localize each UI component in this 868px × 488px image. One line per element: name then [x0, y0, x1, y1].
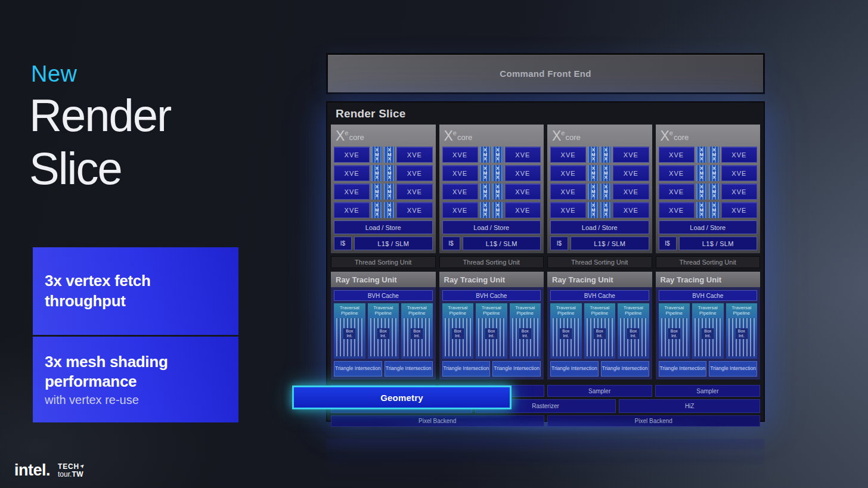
l1-slm-block: L1$ / SLM	[679, 237, 758, 250]
eu-row: XVE XMX XMX XVE	[442, 202, 541, 218]
eu-row: XVE XMX XMX XVE	[550, 202, 649, 218]
xve-block: XVE	[659, 202, 695, 218]
xmx-block: XMX	[600, 165, 611, 181]
box-intersection-label: Box Int.	[627, 328, 639, 339]
bvh-cache-block: BVH Cache	[550, 290, 649, 301]
xmx-block: XMX	[384, 165, 395, 181]
load-store-block: Load / Store	[334, 220, 433, 234]
triangle-intersection-block: Triangle Intersection	[385, 361, 433, 377]
box-intersection-label: Box Int.	[668, 328, 680, 339]
geometry-highlight-callout: Geometry	[292, 386, 512, 409]
triangle-intersection-block: Triangle Intersection	[492, 361, 541, 377]
ray-tracing-unit-title: Ray Tracing Unit	[656, 272, 761, 287]
xmx-block: XMX	[371, 147, 382, 163]
cache-row: I$ L1$ / SLM	[550, 237, 649, 250]
cores-row: Xecore XVE XMX XMX XVE XVE XMX XMX XVE X…	[331, 125, 760, 380]
eu-row: XVE XMX XMX XVE	[442, 165, 541, 181]
xmx-block: XMX	[371, 202, 382, 218]
ray-tracing-unit-title: Ray Tracing Unit	[439, 272, 544, 287]
traversal-pipeline-block: Traversal Pipeline Box Int.	[401, 303, 433, 359]
xmx-block: XMX	[709, 202, 720, 218]
bvh-cache-block: BVH Cache	[334, 290, 433, 301]
intel-logo: intel.	[14, 461, 50, 480]
ray-tracing-unit-block: Ray Tracing Unit BVH Cache Traversal Pip…	[656, 272, 761, 380]
tech-tour-line2: tour.	[58, 470, 72, 478]
instruction-cache-block: I$	[442, 237, 460, 250]
traversal-pipeline-block: Traversal Pipeline Box Int.	[550, 303, 582, 359]
eu-row: XVE XMX XMX XVE	[550, 184, 649, 200]
cache-row: I$ L1$ / SLM	[334, 237, 433, 250]
traversal-pipeline-block: Traversal Pipeline Box Int.	[510, 303, 541, 359]
xmx-block: XMX	[480, 165, 491, 181]
traversal-pipeline-block: Traversal Pipeline Box Int.	[584, 303, 616, 359]
xmx-block: XMX	[696, 184, 707, 200]
l1-slm-block: L1$ / SLM	[571, 237, 649, 250]
l1-slm-block: L1$ / SLM	[354, 237, 433, 250]
triangle-intersection-block: Triangle Intersection	[709, 361, 757, 377]
xmx-block: XMX	[492, 147, 503, 163]
xve-block: XVE	[505, 184, 541, 200]
xmx-block: XMX	[709, 165, 720, 181]
xve-block: XVE	[550, 147, 586, 163]
xe-core-block: Xecore XVE XMX XMX XVE XVE XMX XMX XVE X…	[439, 125, 544, 253]
xe-core-block: Xecore XVE XMX XMX XVE XVE XMX XMX XVE X…	[331, 125, 436, 253]
load-store-block: Load / Store	[659, 220, 758, 234]
xmx-block: XMX	[384, 147, 395, 163]
xve-block: XVE	[442, 184, 478, 200]
command-front-end-block: Command Front End	[326, 53, 765, 94]
box-intersection-label: Box Int.	[377, 328, 389, 339]
xve-block: XVE	[550, 184, 586, 200]
sampler-block: Sampler	[547, 385, 652, 397]
xve-block: XVE	[721, 165, 757, 181]
xmx-block: XMX	[600, 147, 611, 163]
box-intersection-label: Box Int.	[736, 328, 748, 339]
xve-block: XVE	[505, 202, 541, 218]
xmx-block: XMX	[480, 184, 491, 200]
eu-row: XVE XMX XMX XVE	[334, 202, 433, 218]
core-column: Xecore XVE XMX XMX XVE XVE XMX XMX XVE X…	[547, 125, 652, 380]
eu-row: XVE XMX XMX XVE	[550, 147, 649, 163]
xmx-block: XMX	[600, 202, 611, 218]
ray-tracing-unit-block: Ray Tracing Unit BVH Cache Traversal Pip…	[331, 272, 436, 380]
xmx-block: XMX	[588, 147, 599, 163]
core-column: Xecore XVE XMX XMX XVE XVE XMX XMX XVE X…	[331, 125, 436, 380]
xve-block: XVE	[334, 165, 370, 181]
traversal-pipeline-block: Traversal Pipeline Box Int.	[334, 303, 365, 359]
eyebrow-label: New	[31, 61, 78, 87]
card-subtitle: with vertex re-use	[45, 393, 229, 407]
xe-core-block: Xecore XVE XMX XMX XVE XVE XMX XMX XVE X…	[547, 125, 652, 253]
xve-block: XVE	[613, 202, 649, 218]
thread-sorting-unit-block: Thread Sorting Unit	[547, 256, 652, 268]
eu-row: XVE XMX XMX XVE	[659, 147, 758, 163]
xve-block: XVE	[550, 202, 586, 218]
highlight-cards: 3x vertex fetch throughput 3x mesh shadi…	[33, 247, 238, 422]
tech-tour-logo: TECH ➤ tour.TW	[58, 463, 85, 478]
xve-block: XVE	[659, 184, 695, 200]
xmx-block: XMX	[696, 147, 707, 163]
bvh-cache-block: BVH Cache	[442, 290, 541, 301]
xmx-block: XMX	[384, 184, 395, 200]
core-column: Xecore XVE XMX XMX XVE XVE XMX XMX XVE X…	[439, 125, 544, 380]
xve-block: XVE	[334, 147, 370, 163]
xmx-block: XMX	[480, 147, 491, 163]
xmx-block: XMX	[371, 184, 382, 200]
footer-logos: intel. TECH ➤ tour.TW	[14, 461, 85, 480]
highlight-card-mesh-shading: 3x mesh shading performance with vertex …	[33, 337, 238, 422]
xmx-block: XMX	[492, 202, 503, 218]
sampler-block: Sampler	[655, 385, 760, 397]
diagram-reflection	[326, 439, 765, 483]
panel-glow	[322, 424, 769, 433]
traversal-pipeline-block: Traversal Pipeline Box Int.	[726, 303, 758, 359]
hiz-block: HiZ	[619, 399, 760, 413]
instruction-cache-block: I$	[550, 237, 568, 250]
card-title: 3x mesh shading performance	[45, 352, 229, 391]
triangle-intersection-block: Triangle Intersection	[442, 361, 491, 377]
box-intersection-label: Box Int.	[519, 328, 531, 339]
xve-block: XVE	[505, 147, 541, 163]
xe-core-label: Xecore	[661, 128, 758, 144]
title-line-2: Slice	[29, 142, 170, 195]
xve-block: XVE	[659, 165, 695, 181]
tech-tour-tw: TW	[72, 470, 83, 478]
xve-block: XVE	[505, 165, 541, 181]
xmx-block: XMX	[480, 202, 491, 218]
